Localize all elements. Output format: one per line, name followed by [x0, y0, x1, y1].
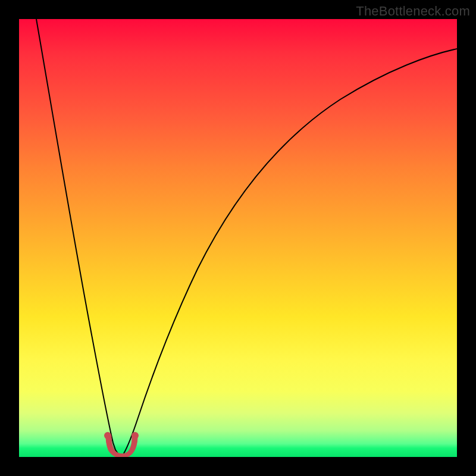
marker-dot-left [104, 432, 111, 439]
curve-svg [19, 19, 457, 457]
chart-frame: TheBottleneck.com [0, 0, 476, 476]
chart-area [19, 19, 457, 457]
watermark-text: TheBottleneck.com [356, 4, 470, 19]
bottleneck-curve-right [124, 49, 457, 453]
marker-dot-right [131, 432, 139, 439]
bottleneck-curve-left [36, 19, 118, 453]
